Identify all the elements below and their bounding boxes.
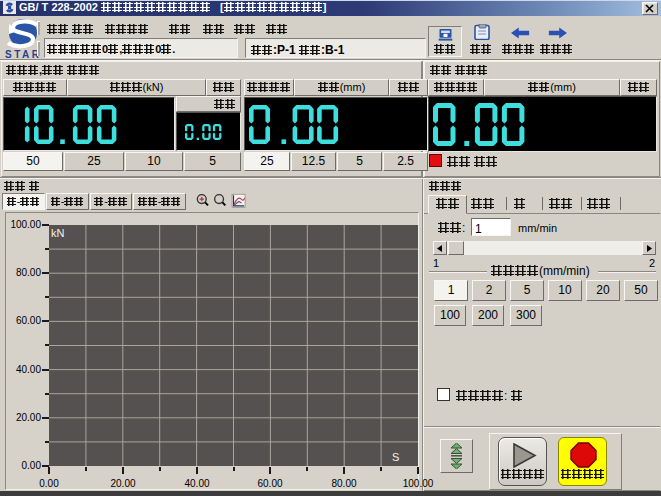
svg-text:STAR: STAR [5,49,40,59]
svg-text:kN: kN [51,227,65,239]
svg-text:S: S [392,451,399,463]
